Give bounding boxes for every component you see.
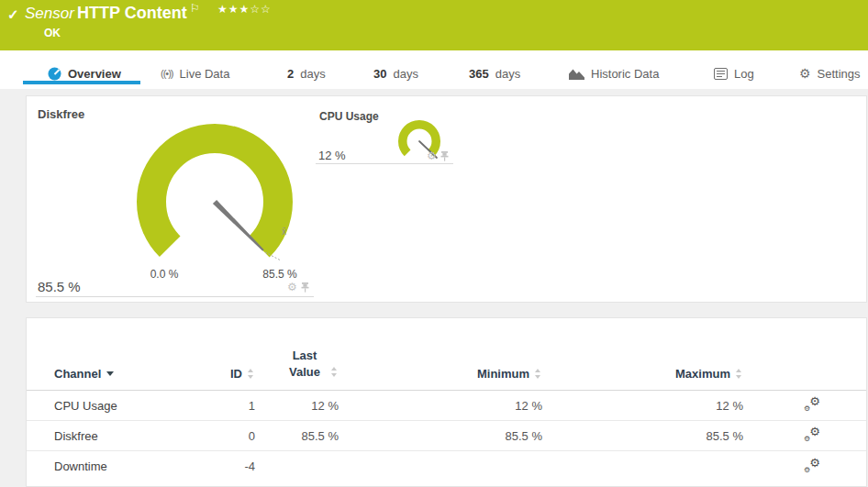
status-ok-check-icon: ✓ xyxy=(7,6,19,23)
diskfree-gauge xyxy=(137,124,293,280)
tab-settings[interactable]: ⚙ Settings xyxy=(799,62,861,84)
channel-table-card: Channel ID Last Value Minimum Maximum xyxy=(26,317,867,487)
sort-icon xyxy=(534,369,542,379)
sort-icon xyxy=(735,369,743,379)
channel-maximum: 12 % xyxy=(542,391,743,421)
channel-row-cpu-usage[interactable]: CPU Usage 1 12 % 12 % 12 % ⚙⚙ xyxy=(27,391,866,421)
column-header-id-label: ID xyxy=(230,367,242,381)
channel-maximum: 85.5 % xyxy=(542,421,743,451)
pin-icon[interactable] xyxy=(301,282,309,293)
gauge-icon xyxy=(48,67,61,81)
channel-last-value: 85.5 % xyxy=(255,421,339,451)
tab-log[interactable]: Log xyxy=(714,62,754,84)
diskfree-scale-min: 0.0 % xyxy=(137,268,192,281)
tab-historic-data-label: Historic Data xyxy=(591,67,659,81)
channel-table-header-row: Channel ID Last Value Minimum Maximum xyxy=(27,318,866,391)
column-header-actions xyxy=(743,318,866,391)
tab-365-days-label: days xyxy=(495,67,520,81)
prtg-sensor-page: ✓ Sensor HTTP Content ⚐ ★★★☆☆ OK Overvie… xyxy=(0,0,868,487)
broadcast-icon: ((•)) xyxy=(161,68,173,79)
priority-stars[interactable]: ★★★☆☆ xyxy=(217,3,272,16)
tab-live-data[interactable]: ((•)) Live Data xyxy=(161,62,229,84)
tab-2-days[interactable]: 2 days xyxy=(287,62,326,84)
sort-icon xyxy=(330,367,339,377)
channel-maximum xyxy=(542,451,743,481)
channel-id: 1 xyxy=(201,391,255,421)
channel-name[interactable]: Downtime xyxy=(27,451,201,481)
column-header-maximum[interactable]: Maximum xyxy=(542,318,743,391)
tab-live-data-label: Live Data xyxy=(180,67,230,81)
sensor-name: HTTP Content xyxy=(77,4,187,23)
channel-last-value: 12 % xyxy=(255,391,339,421)
log-list-icon xyxy=(714,68,728,80)
gauge-settings-icon[interactable]: ⚙ xyxy=(287,282,297,293)
channel-minimum: 85.5 % xyxy=(339,421,542,451)
channel-name[interactable]: Diskfree xyxy=(27,421,201,451)
column-header-minimum-label: Minimum xyxy=(477,367,529,381)
stars-empty: ☆☆ xyxy=(250,3,272,16)
tab-30-days-number: 30 xyxy=(373,67,386,81)
channel-minimum: 12 % xyxy=(339,391,542,421)
tab-bar: Overview ((•)) Live Data 2 days 30 days … xyxy=(0,50,868,89)
tab-365-days-number: 365 xyxy=(469,67,489,81)
active-tab-underline xyxy=(23,81,140,84)
column-header-id[interactable]: ID xyxy=(201,318,255,391)
stars-filled: ★★★ xyxy=(217,3,250,16)
channel-minimum xyxy=(339,451,542,481)
gauges-card: Diskfree x̄ 0.0 % 85.5 % 85.5 % ⚙ CPU Us… xyxy=(26,95,867,303)
cpu-current-value: 12 % xyxy=(318,149,346,162)
tab-2-days-number: 2 xyxy=(287,67,294,81)
cpu-panel-divider xyxy=(316,163,453,164)
channel-row-downtime[interactable]: Downtime -4 ⚙⚙ xyxy=(27,451,866,481)
area-chart-icon xyxy=(569,68,584,80)
tab-2-days-label: days xyxy=(300,67,325,81)
sort-icon xyxy=(247,369,255,379)
tab-log-label: Log xyxy=(734,67,754,81)
tab-settings-label: Settings xyxy=(818,67,861,81)
column-header-channel-label: Channel xyxy=(54,367,101,381)
channel-row-diskfree[interactable]: Diskfree 0 85.5 % 85.5 % 85.5 % ⚙⚙ xyxy=(27,421,866,451)
column-header-last-value[interactable]: Last Value xyxy=(255,318,339,391)
column-header-minimum[interactable]: Minimum xyxy=(339,318,542,391)
diskfree-panel-divider xyxy=(36,296,314,297)
column-header-channel[interactable]: Channel xyxy=(27,318,201,391)
channel-settings-icon[interactable]: ⚙⚙ xyxy=(804,458,820,473)
sensor-status-header: ✓ Sensor HTTP Content ⚐ ★★★☆☆ OK xyxy=(0,0,868,50)
gauge-settings-icon[interactable]: ⚙ xyxy=(427,150,437,161)
channel-last-value xyxy=(255,451,339,481)
gear-icon: ⚙ xyxy=(799,66,811,81)
diskfree-gauge-title: Diskfree xyxy=(38,107,84,121)
diskfree-scale-max: 85.5 % xyxy=(252,268,307,281)
channel-name[interactable]: CPU Usage xyxy=(27,391,201,421)
cpu-gauge-title: CPU Usage xyxy=(319,110,379,123)
diskfree-mean-marker: x̄ xyxy=(282,227,286,237)
channel-settings-icon[interactable]: ⚙⚙ xyxy=(804,396,820,412)
channel-table: Channel ID Last Value Minimum Maximum xyxy=(27,318,866,481)
flag-icon[interactable]: ⚐ xyxy=(190,2,200,15)
tab-overview-label: Overview xyxy=(68,67,121,81)
pin-icon[interactable] xyxy=(440,151,449,161)
channel-settings-icon[interactable]: ⚙⚙ xyxy=(804,426,820,442)
channel-id: 0 xyxy=(201,421,255,451)
channel-id: -4 xyxy=(201,451,255,481)
tab-30-days-label: days xyxy=(393,67,417,81)
tab-365-days[interactable]: 365 days xyxy=(469,62,520,84)
column-header-last-value-label: Last Value xyxy=(284,348,326,381)
tab-30-days[interactable]: 30 days xyxy=(373,62,418,84)
sort-desc-icon xyxy=(106,371,114,376)
cpu-panel-tools: ⚙ xyxy=(427,150,449,161)
diskfree-current-value: 85.5 % xyxy=(38,279,81,294)
diskfree-panel-tools: ⚙ xyxy=(287,282,309,293)
sensor-status-text: OK xyxy=(44,27,61,39)
sensor-kind-label: Sensor xyxy=(25,5,74,23)
column-header-maximum-label: Maximum xyxy=(675,367,730,381)
tab-historic-data[interactable]: Historic Data xyxy=(569,62,659,84)
